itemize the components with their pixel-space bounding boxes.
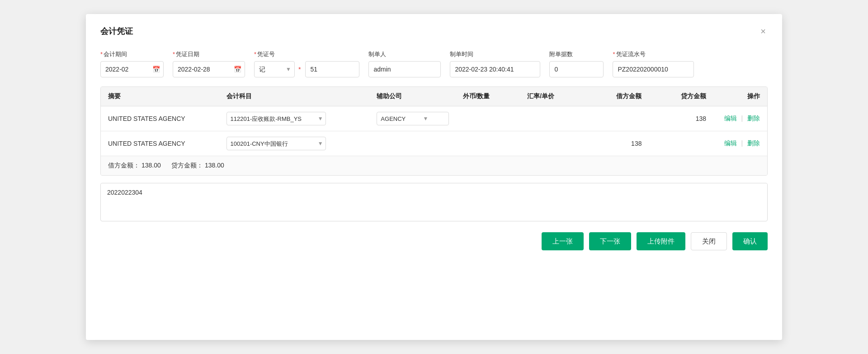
action-divider-2: | — [741, 139, 743, 147]
credit-summary-value: 138.00 — [205, 162, 224, 169]
action-divider-1: | — [741, 115, 743, 122]
voucher-date-input-wrapper: 📅 — [173, 61, 245, 77]
voucher-type-select[interactable]: 记 — [254, 61, 295, 77]
note-textarea[interactable] — [101, 183, 767, 220]
voucher-date-field: *凭证日期 📅 — [173, 50, 245, 77]
creator-field: 制单人 — [368, 50, 441, 77]
attachments-label: 附单据数 — [549, 50, 604, 58]
voucher-type-select-wrapper: 记 ▼ — [254, 61, 295, 77]
attachments-input[interactable] — [549, 61, 604, 77]
table-row: UNITED STATES AGENCY 100201-CNY中国银行 ▼ 13… — [101, 131, 767, 156]
cell-rate-2 — [520, 131, 585, 156]
summary-cell: 借方金额： 138.00 贷方金额： 138.00 — [101, 156, 767, 176]
voucher-table: 摘要 会计科目 辅助公司 外币/数量 汇率/单价 借方金额 贷方金额 操作 UN… — [101, 87, 767, 175]
credit-summary-label: 贷方金额： — [171, 162, 203, 169]
accounting-period-input[interactable] — [100, 61, 164, 77]
attachments-field: 附单据数 — [549, 50, 604, 77]
col-header-foreign: 外币/数量 — [456, 87, 520, 106]
creator-label: 制单人 — [368, 50, 441, 58]
voucher-type-label: *凭证号 — [254, 50, 359, 58]
aux-select-wrapper-1: AGENCY ▼ — [377, 112, 431, 125]
account-select-wrapper-1: 112201-应收账款-RMB_YS ▼ — [226, 112, 326, 125]
accounting-period-input-wrapper: 📅 — [100, 61, 164, 77]
cell-account-2: 100201-CNY中国银行 ▼ — [219, 131, 370, 156]
upload-button[interactable]: 上传附件 — [637, 232, 685, 250]
creator-input[interactable] — [368, 61, 441, 77]
col-header-rate: 汇率/单价 — [520, 87, 585, 106]
col-header-summary: 摘要 — [101, 87, 219, 106]
voucher-serial-input[interactable] — [613, 61, 694, 77]
modal-header: 会计凭证 × — [100, 25, 768, 38]
confirm-button[interactable]: 确认 — [732, 232, 768, 250]
accounting-period-field: *会计期间 📅 — [100, 50, 164, 77]
accounting-voucher-modal: 会计凭证 × *会计期间 📅 *凭证日期 📅 — [86, 14, 782, 340]
next-button[interactable]: 下一张 — [589, 232, 631, 250]
table-summary-row: 借方金额： 138.00 贷方金额： 138.00 — [101, 156, 767, 176]
voucher-date-label: *凭证日期 — [173, 50, 245, 58]
aux-select-1[interactable]: AGENCY — [377, 112, 449, 125]
accounting-period-label: *会计期间 — [100, 50, 164, 58]
create-time-label: 制单时间 — [450, 50, 540, 58]
cell-foreign-2 — [456, 131, 520, 156]
voucher-date-input[interactable] — [173, 61, 245, 77]
create-time-field: 制单时间 — [450, 50, 540, 77]
footer-buttons: 上一张 下一张 上传附件 关闭 确认 — [100, 232, 768, 250]
close-button[interactable]: 关闭 — [691, 232, 727, 250]
cell-aux-2 — [369, 131, 455, 156]
debit-summary-label: 借方金额： — [108, 162, 140, 169]
table-row: UNITED STATES AGENCY 112201-应收账款-RMB_YS … — [101, 106, 767, 131]
account-select-2[interactable]: 100201-CNY中国银行 — [226, 137, 326, 150]
account-select-1[interactable]: 112201-应收账款-RMB_YS — [226, 112, 326, 125]
edit-button-2[interactable]: 编辑 — [724, 139, 737, 147]
required-star-5: * — [613, 51, 615, 57]
debit-summary-value: 138.00 — [142, 162, 161, 169]
voucher-type-field: *凭证号 记 ▼ * — [254, 50, 359, 77]
table-header-row: 摘要 会计科目 辅助公司 外币/数量 汇率/单价 借方金额 贷方金额 操作 — [101, 87, 767, 106]
delete-button-1[interactable]: 删除 — [747, 115, 760, 122]
cell-debit-2: 138 — [585, 131, 649, 156]
cell-action-2: 编辑 | 删除 — [713, 131, 767, 156]
cell-foreign-1 — [456, 106, 520, 131]
col-header-aux: 辅助公司 — [369, 87, 455, 106]
cell-aux-1: AGENCY ▼ — [369, 106, 455, 131]
required-star-3: * — [254, 51, 256, 57]
cell-credit-2 — [649, 131, 713, 156]
voucher-serial-label: *凭证流水号 — [613, 50, 694, 58]
edit-button-1[interactable]: 编辑 — [724, 115, 737, 122]
cell-credit-1: 138 — [649, 106, 713, 131]
required-star: * — [100, 51, 103, 57]
voucher-number-input[interactable] — [305, 61, 359, 77]
cell-account-1: 112201-应收账款-RMB_YS ▼ — [219, 106, 370, 131]
voucher-serial-field: *凭证流水号 — [613, 50, 694, 77]
cell-summary-2: UNITED STATES AGENCY — [101, 131, 219, 156]
modal-title: 会计凭证 — [100, 26, 133, 37]
delete-button-2[interactable]: 删除 — [747, 139, 760, 147]
required-star-4: * — [298, 66, 301, 73]
note-container — [100, 183, 768, 221]
cell-summary-1: UNITED STATES AGENCY — [101, 106, 219, 131]
required-star-2: * — [173, 51, 175, 57]
form-row: *会计期间 📅 *凭证日期 📅 *凭证号 — [100, 50, 768, 77]
col-header-account: 会计科目 — [219, 87, 370, 106]
voucher-table-container: 摘要 会计科目 辅助公司 外币/数量 汇率/单价 借方金额 贷方金额 操作 UN… — [100, 86, 768, 176]
col-header-action: 操作 — [713, 87, 767, 106]
close-icon[interactable]: × — [759, 25, 768, 38]
cell-action-1: 编辑 | 删除 — [713, 106, 767, 131]
create-time-input[interactable] — [450, 61, 540, 77]
cell-debit-1 — [585, 106, 649, 131]
col-header-debit: 借方金额 — [585, 87, 649, 106]
account-select-wrapper-2: 100201-CNY中国银行 ▼ — [226, 137, 326, 150]
col-header-credit: 贷方金额 — [649, 87, 713, 106]
prev-button[interactable]: 上一张 — [542, 232, 584, 250]
cell-rate-1 — [520, 106, 585, 131]
